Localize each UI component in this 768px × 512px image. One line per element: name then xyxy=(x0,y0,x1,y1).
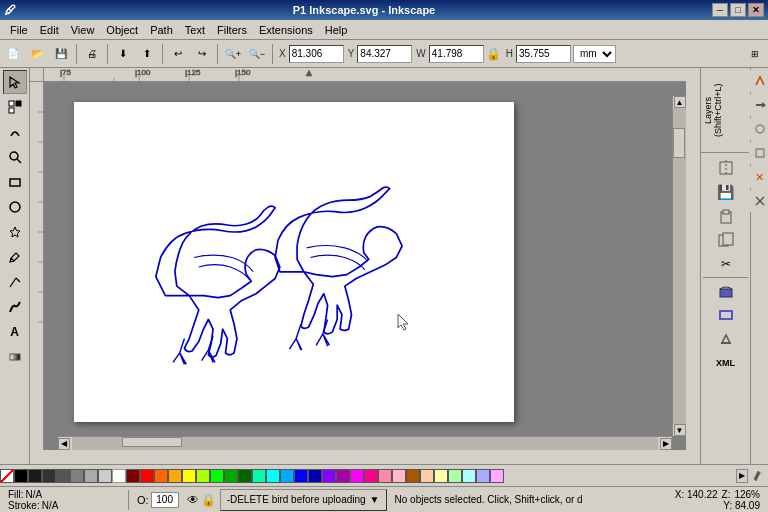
unit-select[interactable]: mm px in xyxy=(573,45,616,63)
color-swatch[interactable] xyxy=(280,469,294,483)
scroll-thumb-vertical[interactable] xyxy=(673,128,685,158)
close-button[interactable]: ✕ xyxy=(748,3,764,17)
color-cyan[interactable] xyxy=(266,469,280,483)
object-stroke-btn[interactable] xyxy=(715,304,737,326)
paste-btn[interactable] xyxy=(715,205,737,227)
save-btn[interactable]: 💾 xyxy=(50,43,72,65)
pen-tool[interactable] xyxy=(3,270,27,294)
tweak-tool[interactable] xyxy=(3,120,27,144)
scroll-thumb-horizontal[interactable] xyxy=(122,437,182,447)
far-btn-5[interactable]: ✕ xyxy=(749,166,769,188)
far-btn-4[interactable] xyxy=(749,142,769,164)
menu-object[interactable]: Object xyxy=(100,22,144,38)
color-swatch[interactable] xyxy=(476,469,490,483)
color-swatch[interactable] xyxy=(336,469,350,483)
far-btn-3[interactable] xyxy=(749,118,769,140)
far-btn-6[interactable] xyxy=(749,190,769,212)
color-blue[interactable] xyxy=(294,469,308,483)
eye-icon[interactable]: 👁 xyxy=(187,493,199,507)
scroll-track-horizontal[interactable] xyxy=(72,437,658,450)
palette-scroll-right[interactable]: ▶ xyxy=(736,469,748,483)
snap-right-btn[interactable] xyxy=(715,157,737,179)
delete-btn[interactable]: -DELETE bird before uploading ▼ xyxy=(220,489,387,511)
color-swatch[interactable] xyxy=(196,469,210,483)
object-fill-btn[interactable] xyxy=(715,280,737,302)
node-tool[interactable] xyxy=(3,95,27,119)
import-btn[interactable]: ⬇ xyxy=(112,43,134,65)
pencil-tool[interactable] xyxy=(3,245,27,269)
copy-btn[interactable] xyxy=(715,229,737,251)
circle-tool[interactable] xyxy=(3,195,27,219)
color-swatch[interactable] xyxy=(28,469,42,483)
undo-btn[interactable]: ↩ xyxy=(167,43,189,65)
color-black[interactable] xyxy=(14,469,28,483)
color-swatch[interactable] xyxy=(98,469,112,483)
menu-file[interactable]: File xyxy=(4,22,34,38)
far-btn-2[interactable] xyxy=(749,94,769,116)
color-swatch[interactable] xyxy=(378,469,392,483)
menu-help[interactable]: Help xyxy=(319,22,354,38)
snap-btn[interactable]: ⊞ xyxy=(744,43,766,65)
object-transform-btn[interactable] xyxy=(715,328,737,350)
w-input[interactable] xyxy=(429,45,484,63)
scroll-right-btn[interactable]: ▶ xyxy=(660,438,672,450)
color-swatch[interactable] xyxy=(364,469,378,483)
menu-filters[interactable]: Filters xyxy=(211,22,253,38)
color-swatch[interactable] xyxy=(42,469,56,483)
x-input[interactable] xyxy=(289,45,344,63)
zoom-tool[interactable] xyxy=(3,145,27,169)
color-swatch[interactable] xyxy=(252,469,266,483)
gradient-tool[interactable] xyxy=(3,345,27,369)
redo-btn[interactable]: ↪ xyxy=(191,43,213,65)
view-btn[interactable]: 💾 xyxy=(715,181,737,203)
color-white[interactable] xyxy=(112,469,126,483)
lock-icon[interactable]: 🔒 xyxy=(201,493,216,507)
star-tool[interactable] xyxy=(3,220,27,244)
color-orange[interactable] xyxy=(154,469,168,483)
color-red[interactable] xyxy=(140,469,154,483)
open-btn[interactable]: 📂 xyxy=(26,43,48,65)
color-gray[interactable] xyxy=(70,469,84,483)
xml-editor-btn[interactable]: XML xyxy=(715,352,737,374)
scroll-down-btn[interactable]: ▼ xyxy=(674,424,686,436)
color-swatch[interactable] xyxy=(168,469,182,483)
scroll-bottom[interactable]: ◀ ▶ xyxy=(58,436,672,450)
no-color-swatch[interactable] xyxy=(0,469,14,483)
menu-view[interactable]: View xyxy=(65,22,101,38)
export-btn[interactable]: ⬆ xyxy=(136,43,158,65)
color-yellow[interactable] xyxy=(182,469,196,483)
layers-toggle[interactable]: Layers (Shift+Ctrl+L) xyxy=(701,68,750,153)
print-btn[interactable]: 🖨 xyxy=(81,43,103,65)
menu-path[interactable]: Path xyxy=(144,22,179,38)
color-swatch[interactable] xyxy=(490,469,504,483)
color-swatch[interactable] xyxy=(308,469,322,483)
scroll-left-btn[interactable]: ◀ xyxy=(58,438,70,450)
scroll-right[interactable]: ▲ ▼ xyxy=(672,96,686,436)
calligraphy-tool[interactable] xyxy=(3,295,27,319)
color-magenta[interactable] xyxy=(350,469,364,483)
scroll-track-vertical[interactable] xyxy=(673,108,686,424)
new-btn[interactable]: 📄 xyxy=(2,43,24,65)
color-swatch[interactable] xyxy=(434,469,448,483)
far-btn-1[interactable] xyxy=(749,70,769,92)
color-swatch[interactable] xyxy=(392,469,406,483)
color-darkgreen[interactable] xyxy=(224,469,238,483)
rect-tool[interactable] xyxy=(3,170,27,194)
scroll-up-btn[interactable]: ▲ xyxy=(674,96,686,108)
y-input[interactable] xyxy=(357,45,412,63)
color-brown[interactable] xyxy=(406,469,420,483)
menu-edit[interactable]: Edit xyxy=(34,22,65,38)
color-swatch[interactable] xyxy=(84,469,98,483)
select-tool[interactable] xyxy=(3,70,27,94)
color-swatch[interactable] xyxy=(420,469,434,483)
lock-aspect-btn[interactable]: 🔒 xyxy=(486,46,502,62)
color-purple[interactable] xyxy=(322,469,336,483)
maximize-button[interactable]: □ xyxy=(730,3,746,17)
color-darkred[interactable] xyxy=(126,469,140,483)
zoom-out-btn[interactable]: 🔍− xyxy=(246,43,268,65)
menu-text[interactable]: Text xyxy=(179,22,211,38)
menu-extensions[interactable]: Extensions xyxy=(253,22,319,38)
zoom-in-btn[interactable]: 🔍+ xyxy=(222,43,244,65)
cut-btn[interactable]: ✂ xyxy=(715,253,737,275)
color-swatch[interactable] xyxy=(462,469,476,483)
